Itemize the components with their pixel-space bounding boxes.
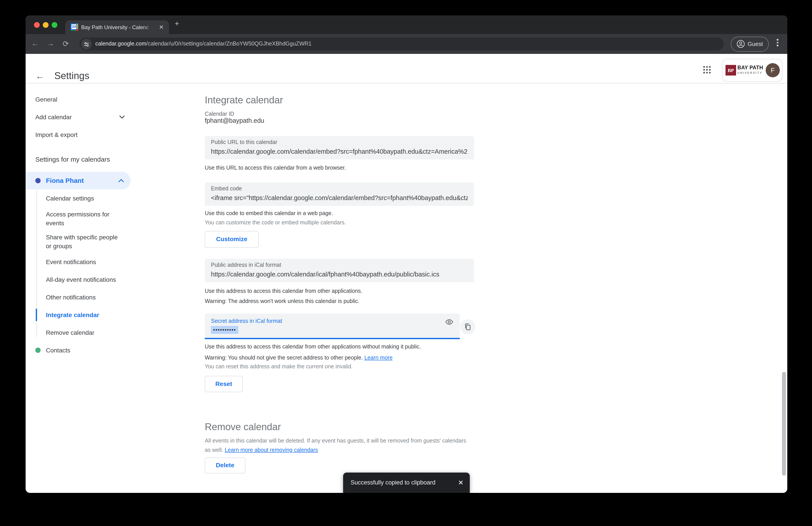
guest-profile-button[interactable]: Guest: [731, 37, 769, 52]
tab-strip: 24 Bay Path University - Calenda ✕ +: [26, 15, 787, 34]
baypath-logo-text: BAY PATH UNIVERSITY: [737, 65, 766, 75]
back-arrow-icon[interactable]: ←: [35, 70, 45, 82]
remove-body: All events in this calendar will be dele…: [205, 436, 469, 454]
embed-code-label: Embed code: [211, 185, 242, 192]
show-secret-eye-icon[interactable]: [445, 318, 453, 326]
embed-code-value: <iframe src="https://calendar.google.com…: [211, 194, 468, 202]
screenshot-stage: 24 Bay Path University - Calenda ✕ + ← →…: [0, 0, 812, 526]
header-divider: [26, 83, 787, 84]
toast-message: Successfully copied to clipboard: [343, 479, 435, 486]
minimize-window-button[interactable]: [43, 22, 48, 28]
sidebar-item-other-notifications[interactable]: Other notifications: [46, 293, 124, 302]
brand-line1: BAY PATH: [737, 65, 766, 71]
public-url-caption: Use this URL to access this calendar fro…: [205, 164, 346, 171]
sidebar-item-general[interactable]: General: [35, 95, 57, 104]
sidebar-item-add-calendar[interactable]: Add calendar: [35, 113, 72, 122]
delete-button[interactable]: Delete: [205, 457, 245, 473]
person-icon: [737, 40, 745, 48]
removing-calendars-link[interactable]: Learn more about removing calendars: [224, 447, 318, 453]
public-url-value: https://calendar.google.com/calendar/emb…: [211, 148, 468, 155]
browser-window: 24 Bay Path University - Calenda ✕ + ← →…: [26, 15, 787, 493]
close-window-button[interactable]: [34, 22, 40, 28]
toast-close-icon[interactable]: ✕: [458, 472, 464, 493]
sidebar-item-access-permissions[interactable]: Access permissions for events: [46, 210, 124, 227]
calendar-id-label: Calendar ID: [205, 111, 234, 117]
chevron-down-icon[interactable]: [119, 115, 125, 119]
calendar-id-value: fphant@baypath.edu: [205, 117, 264, 125]
calendar-name: Fiona Phant: [46, 175, 84, 186]
site-settings-icon[interactable]: [81, 39, 92, 49]
back-icon[interactable]: ←: [31, 39, 39, 48]
guest-label: Guest: [748, 37, 763, 51]
sidebar-item-import-export[interactable]: Import & export: [35, 130, 77, 139]
close-tab-icon[interactable]: ✕: [159, 24, 164, 30]
settings-page: ← Settings BP BAY PATH UNIVERSITY F: [26, 54, 787, 493]
secret-caption-3: You can reset this address and make the …: [205, 363, 352, 370]
ical-public-value: https://calendar.google.com/calendar/ica…: [211, 271, 468, 278]
google-calendar-favicon-icon: 24: [71, 24, 78, 31]
secret-caption-1: Use this address to access this calendar…: [205, 343, 421, 350]
new-tab-icon[interactable]: +: [175, 21, 179, 27]
page-scrollbar[interactable]: [782, 372, 786, 475]
forward-icon[interactable]: →: [47, 39, 54, 48]
secret-address-label: Secret address in iCal format: [211, 318, 282, 325]
browser-tab[interactable]: 24 Bay Path University - Calenda ✕: [65, 20, 169, 34]
sidebar-item-share-with-people[interactable]: Share with specific people or groups: [46, 233, 124, 251]
ical-public-caption: Use this address to access this calendar…: [205, 287, 362, 295]
tab-title: Bay Path University - Calenda: [81, 24, 148, 30]
learn-more-link[interactable]: Learn more: [364, 355, 393, 361]
chevron-up-icon[interactable]: [118, 179, 124, 182]
sidebar-item-all-day-notifications[interactable]: All-day event notifications: [46, 275, 124, 284]
url-domain: calendar.google.com: [95, 41, 146, 47]
public-url-field[interactable]: Public URL to this calendar https://cale…: [205, 136, 474, 159]
baypath-logo-icon: BP: [725, 65, 736, 75]
public-url-label: Public URL to this calendar: [211, 139, 277, 146]
sidebar-section-title: Settings for my calendars: [35, 155, 110, 164]
embed-code-field[interactable]: Embed code <iframe src="https://calendar…: [205, 182, 474, 206]
zoom-window-button[interactable]: [52, 22, 57, 28]
url-path: /calendar/u/0/r/settings/calendar/ZnBoYW…: [146, 41, 311, 47]
address-bar[interactable]: calendar.google.com/calendar/u/0/r/setti…: [79, 38, 724, 51]
avatar[interactable]: F: [766, 63, 780, 77]
sidebar-item-integrate-calendar[interactable]: Integrate calendar: [46, 311, 124, 319]
page-title: Settings: [54, 70, 89, 82]
reset-button[interactable]: Reset: [205, 376, 243, 392]
sidebar-item-event-notifications[interactable]: Event notifications: [46, 257, 124, 266]
remove-heading: Remove calendar: [205, 421, 281, 433]
customize-button[interactable]: Customize: [205, 231, 259, 248]
ical-public-label: Public address in iCal format: [211, 262, 281, 269]
tab-title-fade: [143, 20, 154, 34]
ical-public-warning: Warning: The address won't work unless t…: [205, 298, 360, 305]
google-apps-grid-icon[interactable]: [703, 66, 711, 74]
integrate-heading: Integrate calendar: [205, 95, 283, 106]
secret-address-field[interactable]: Secret address in iCal format ••••••••••: [205, 314, 460, 339]
browser-menu-icon[interactable]: [777, 38, 779, 47]
sidebar-item-calendar-settings[interactable]: Calendar settings: [46, 194, 124, 203]
secret-address-value: ••••••••••: [211, 326, 238, 334]
organization-badge: BP BAY PATH UNIVERSITY F: [722, 59, 782, 82]
url-text[interactable]: calendar.google.com/calendar/u/0/r/setti…: [95, 38, 311, 51]
secret-warning: Warning: You should not give the secret …: [205, 354, 393, 361]
sidebar-item-remove-calendar[interactable]: Remove calendar: [46, 328, 124, 337]
toast-notification: Successfully copied to clipboard ✕: [343, 472, 470, 493]
active-item-indicator: [36, 309, 37, 321]
sidebar-calendar-fiona-phant[interactable]: Fiona Phant: [26, 172, 131, 189]
copy-secret-button[interactable]: [460, 319, 475, 334]
embed-caption-2: You can customize the code or embed mult…: [205, 219, 346, 226]
brand-line2: UNIVERSITY: [737, 71, 766, 75]
sidebar-item-contacts[interactable]: Contacts: [46, 346, 70, 355]
ical-public-field[interactable]: Public address in iCal format https://ca…: [205, 259, 474, 282]
reload-icon[interactable]: ⟳: [63, 39, 69, 48]
browser-toolbar: ← → ⟳ calendar.google.com/calendar/u/0/r…: [26, 34, 787, 54]
embed-caption-1: Use this code to embed this calendar in …: [205, 210, 333, 217]
contacts-color-dot: [35, 347, 41, 353]
calendar-color-dot: [35, 178, 41, 183]
